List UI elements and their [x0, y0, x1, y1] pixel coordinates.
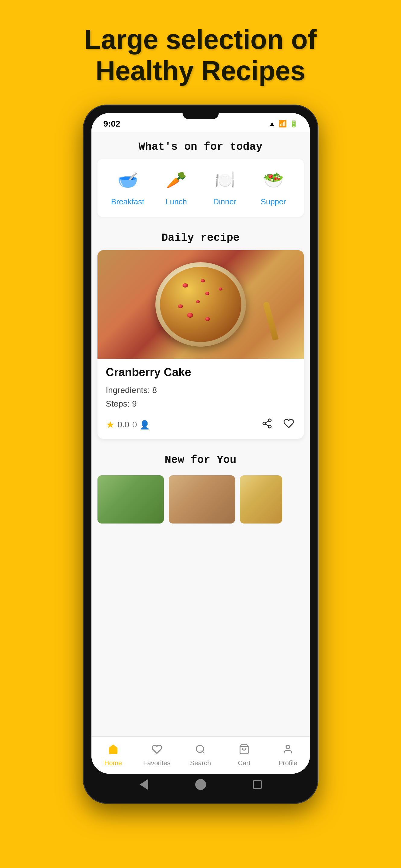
recipe-actions: [260, 417, 295, 433]
nav-profile[interactable]: Profile: [266, 742, 310, 769]
dinner-icon: 🍽️: [211, 166, 238, 193]
android-nav: [91, 774, 310, 795]
app-content: What's on for today 🥣 Breakfast 🥕 Lunch …: [91, 132, 310, 774]
signal-icon: 📶: [279, 120, 287, 128]
supper-icon: 🥗: [260, 166, 287, 193]
favorites-nav-label: Favorites: [143, 759, 170, 767]
search-nav-label: Search: [190, 759, 211, 767]
svg-line-3: [265, 424, 268, 426]
recipe-rating: ★ 0.0 0 👤: [106, 419, 150, 430]
daily-recipe-title: Daily recipe: [91, 223, 310, 250]
recipe-card[interactable]: Cranberry Cake Ingredients: 8 Steps: 9: [97, 250, 304, 439]
phone-device: 9:02 ▲ 📶 🔋 What's on for today 🥣 Breakfa…: [83, 104, 318, 804]
status-bar: 9:02 ▲ 📶 🔋: [91, 113, 310, 132]
home-circle-icon: [195, 779, 206, 790]
cranberry-1: [182, 283, 188, 287]
svg-line-6: [202, 751, 205, 753]
recipe-info: Cranberry Cake Ingredients: 8 Steps: 9: [97, 359, 304, 439]
status-time: 9:02: [104, 119, 120, 129]
cake-top: [160, 267, 241, 342]
nav-search[interactable]: Search: [179, 742, 222, 769]
meal-categories: 🥣 Breakfast 🥕 Lunch 🍽️ Dinner 🥗: [97, 159, 304, 217]
back-arrow-icon: [140, 779, 148, 790]
cranberry-4: [196, 300, 200, 303]
rating-value: 0.0: [118, 420, 130, 430]
android-home-button[interactable]: [195, 779, 206, 790]
recipe-footer: ★ 0.0 0 👤: [106, 417, 295, 433]
user-icon: 👤: [139, 420, 150, 430]
bottom-nav: Home Favorites: [91, 736, 310, 774]
svg-point-8: [286, 745, 290, 749]
page-title: Large selection of Healthy Recipes: [30, 24, 371, 87]
cart-icon: [239, 744, 250, 757]
whats-on-title: What's on for today: [91, 132, 310, 159]
android-back-button[interactable]: [139, 779, 149, 790]
cart-nav-label: Cart: [238, 759, 251, 767]
lunch-label: Lunch: [166, 197, 187, 207]
new-for-you-section: [91, 472, 310, 530]
cranberry-6: [201, 279, 205, 282]
cranberry-7: [205, 317, 210, 321]
recipe-meta: Ingredients: 8 Steps: 9: [106, 384, 295, 411]
page-header: Large selection of Healthy Recipes: [0, 0, 401, 104]
nav-favorites[interactable]: Favorites: [135, 742, 179, 769]
category-supper[interactable]: 🥗 Supper: [252, 162, 295, 211]
recipe-image: [97, 250, 304, 359]
favorites-icon: [151, 744, 162, 757]
nav-cart[interactable]: Cart: [222, 742, 266, 769]
supper-label: Supper: [261, 197, 286, 207]
cranberry-2: [205, 292, 209, 296]
home-nav-label: Home: [105, 759, 122, 767]
cranberry-5: [187, 313, 193, 318]
share-button[interactable]: [260, 417, 274, 433]
phone-screen: 9:02 ▲ 📶 🔋 What's on for today 🥣 Breakfa…: [91, 113, 310, 774]
profile-icon: [282, 744, 293, 757]
new-item-2[interactable]: [169, 475, 235, 524]
new-for-you-title: New for You: [91, 445, 310, 472]
lunch-icon: 🥕: [163, 166, 190, 193]
new-grid: [97, 475, 304, 524]
android-recent-button[interactable]: [252, 779, 263, 790]
cranberry-8: [219, 287, 222, 290]
scroll-area: What's on for today 🥣 Breakfast 🥕 Lunch …: [91, 132, 310, 736]
category-breakfast[interactable]: 🥣 Breakfast: [106, 162, 150, 211]
new-item-1[interactable]: [97, 475, 164, 524]
status-icons: ▲ 📶 🔋: [269, 120, 298, 128]
breakfast-icon: 🥣: [114, 166, 141, 193]
recipe-ingredients: Ingredients: 8: [106, 384, 295, 397]
new-item-3[interactable]: [240, 475, 282, 524]
search-icon: [195, 744, 206, 757]
phone-wrapper: 9:02 ▲ 📶 🔋 What's on for today 🥣 Breakfa…: [0, 104, 401, 868]
rating-count: 0 👤: [132, 420, 150, 430]
favorite-button[interactable]: [282, 417, 295, 433]
star-icon: ★: [106, 419, 115, 430]
dinner-label: Dinner: [213, 197, 236, 207]
daily-recipe-section: Cranberry Cake Ingredients: 8 Steps: 9: [91, 250, 310, 445]
nav-home[interactable]: Home: [91, 742, 135, 769]
svg-line-4: [265, 421, 268, 423]
breakfast-label: Breakfast: [111, 197, 144, 207]
recipe-steps: Steps: 9: [106, 397, 295, 411]
wifi-icon: ▲: [269, 120, 276, 128]
svg-point-5: [196, 745, 204, 752]
recipe-name: Cranberry Cake: [106, 366, 295, 379]
profile-nav-label: Profile: [279, 759, 297, 767]
home-icon: [108, 744, 119, 757]
category-lunch[interactable]: 🥕 Lunch: [154, 162, 198, 211]
cake-plate: [155, 262, 246, 347]
category-dinner[interactable]: 🍽️ Dinner: [203, 162, 247, 211]
cranberry-3: [178, 304, 183, 308]
recent-square-icon: [253, 780, 262, 789]
battery-icon: 🔋: [290, 120, 298, 128]
